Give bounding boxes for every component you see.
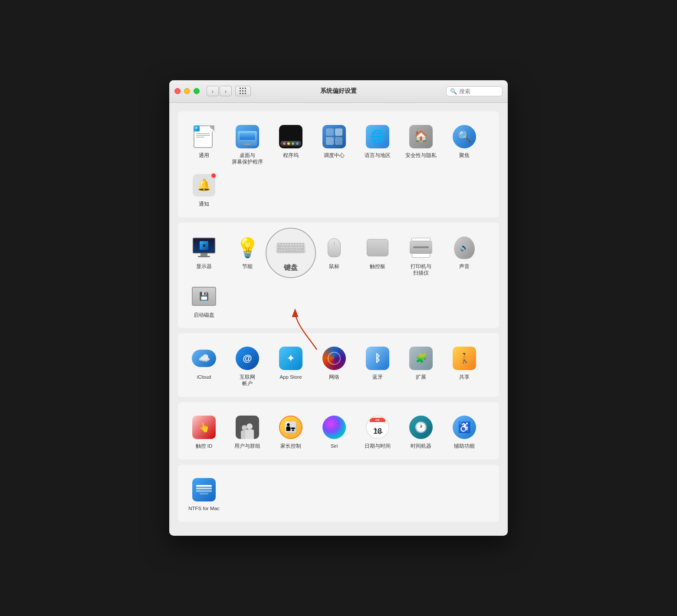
pref-extensions[interactable]: 🧩 扩展: [399, 342, 443, 390]
grid-view-button[interactable]: [235, 86, 251, 96]
other-items-grid: NTFS for Mac: [182, 473, 495, 515]
pref-parental[interactable]: 👨‍👧 家长控制: [269, 411, 312, 453]
datetime-icon-wrapper: JUL 18: [365, 414, 391, 440]
desktop-label: 桌面与屏幕保护程序: [232, 152, 263, 165]
appstore-icon-wrapper: ✦: [278, 345, 304, 371]
file-new-one-icon: F: [193, 125, 215, 148]
appstore-label: App Store: [279, 374, 302, 380]
trackpad-label: 触控板: [370, 263, 385, 270]
startup-label: 启动磁盘: [194, 312, 214, 318]
pref-bluetooth[interactable]: ᛒ 蓝牙: [356, 342, 399, 390]
minimize-button[interactable]: [184, 88, 190, 94]
pref-internet-accounts[interactable]: @ 互联网帐户: [226, 342, 269, 390]
notifications-label: 通知: [199, 201, 209, 207]
pref-network[interactable]: 网络: [312, 342, 356, 390]
section-system: 👆 触控 ID: [178, 402, 499, 459]
sound-icon-wrapper: 🔊: [451, 235, 477, 261]
language-icon-wrapper: 🌐: [365, 124, 391, 150]
timemachine-icon-wrapper: 🕐: [408, 414, 434, 440]
forward-icon: ›: [225, 88, 227, 95]
desktop-icon-wrapper: [234, 124, 260, 150]
dock-icon-wrapper: [278, 124, 304, 150]
pref-trackpad[interactable]: 触控板: [356, 231, 399, 280]
extensions-icon-wrapper: 🧩: [408, 345, 434, 371]
pref-printer[interactable]: 打印机与扫描仪: [399, 231, 443, 280]
pref-users[interactable]: 用户与群组: [226, 411, 269, 453]
general-label: 通用: [199, 152, 209, 159]
energy-label: 节能: [242, 263, 253, 270]
notifications-icon-wrapper: 🔔: [191, 172, 217, 198]
titlebar: ‹ › 系统偏好设置 🔍: [169, 80, 508, 103]
pref-icloud[interactable]: ☁️ iCloud: [182, 342, 226, 390]
pref-spotlight[interactable]: 🔍 聚焦: [443, 120, 486, 169]
search-input[interactable]: [459, 88, 498, 95]
keyboard-icon-wrapper: [278, 235, 304, 261]
trackpad-icon-wrapper: [365, 235, 391, 261]
internet-items-grid: ☁️ iCloud @ 互联网帐户: [182, 342, 495, 390]
bluetooth-icon-wrapper: ᛒ: [365, 345, 391, 371]
nav-buttons: ‹ ›: [207, 86, 232, 96]
sound-label: 声音: [459, 263, 470, 270]
missioncontrol-label: 调度中心: [324, 152, 345, 159]
pref-touchid[interactable]: 👆 触控 ID: [182, 411, 226, 453]
parental-label: 家长控制: [280, 443, 301, 449]
hardware-items-grid: 🖥 显示器 💡 节能: [182, 231, 495, 322]
pref-notifications[interactable]: 🔔 通知: [182, 169, 226, 211]
ntfs-icon-wrapper: [191, 477, 217, 503]
pref-missioncontrol[interactable]: 调度中心: [312, 120, 356, 169]
search-box[interactable]: 🔍: [446, 86, 503, 96]
search-icon: 🔍: [450, 88, 457, 95]
pref-ntfs[interactable]: NTFS for Mac: [182, 473, 226, 515]
pref-appstore[interactable]: ✦ App Store: [269, 342, 312, 390]
pref-energy[interactable]: 💡 节能: [226, 231, 269, 280]
pref-language[interactable]: 🌐 语言与地区: [356, 120, 399, 169]
general-icon-wrapper: F: [191, 124, 217, 150]
pref-general[interactable]: F 通用: [182, 120, 226, 169]
icloud-label: iCloud: [197, 374, 211, 380]
pref-desktop[interactable]: 桌面与屏幕保护程序: [226, 120, 269, 169]
pref-siri[interactable]: Siri: [312, 411, 356, 453]
accessibility-label: 辅助功能: [454, 443, 475, 449]
datetime-label: 日期与时间: [365, 443, 391, 449]
startup-icon-wrapper: 💾: [191, 283, 217, 309]
energy-icon-wrapper: 💡: [234, 235, 260, 261]
system-items-grid: 👆 触控 ID: [182, 411, 495, 453]
dock-label: 程序坞: [283, 152, 299, 159]
spotlight-label: 聚焦: [459, 152, 470, 159]
pref-display[interactable]: 🖥 显示器: [182, 231, 226, 280]
traffic-lights: [174, 88, 200, 94]
section-hardware: 🖥 显示器 💡 节能: [178, 223, 499, 328]
pref-accessibility[interactable]: ♿ 辅助功能: [443, 411, 486, 453]
back-icon: ‹: [212, 88, 214, 95]
back-button[interactable]: ‹: [207, 86, 219, 96]
pref-mouse[interactable]: 鼠标: [312, 231, 356, 280]
spotlight-icon-wrapper: 🔍: [451, 124, 477, 150]
printer-icon-wrapper: [408, 235, 434, 261]
section-personal: F 通用: [178, 111, 499, 217]
security-label: 安全性与隐私: [405, 152, 437, 159]
section-internet: ☁️ iCloud @ 互联网帐户: [178, 333, 499, 397]
pref-sharing[interactable]: 🚶 共享: [443, 342, 486, 390]
personal-items-grid: F 通用: [182, 120, 495, 211]
pref-keyboard[interactable]: 键盘: [269, 231, 312, 280]
maximize-button[interactable]: [194, 88, 200, 94]
forward-button[interactable]: ›: [220, 86, 232, 96]
mouse-icon-wrapper: [321, 235, 347, 261]
close-button[interactable]: [174, 88, 181, 94]
preferences-content: F 通用: [169, 103, 508, 536]
pref-dock[interactable]: 程序坞: [269, 120, 312, 169]
pref-timemachine[interactable]: 🕐 时间机器: [399, 411, 443, 453]
printer-label: 打印机与扫描仪: [411, 263, 431, 276]
window-title: 系统偏好设置: [320, 87, 357, 95]
display-icon-wrapper: 🖥: [191, 235, 217, 261]
sharing-icon-wrapper: 🚶: [451, 345, 477, 371]
bluetooth-label: 蓝牙: [372, 374, 383, 380]
pref-startup[interactable]: 💾 启动磁盘: [182, 280, 226, 322]
users-icon-wrapper: [234, 414, 260, 440]
pref-sound[interactable]: 🔊 声音: [443, 231, 486, 280]
mission-icon-wrapper: [321, 124, 347, 150]
extensions-label: 扩展: [416, 374, 426, 380]
accessibility-icon-wrapper: ♿: [451, 414, 477, 440]
pref-datetime[interactable]: JUL 18 日期与时间: [356, 411, 399, 453]
pref-security[interactable]: 🏠 安全性与隐私: [399, 120, 443, 169]
